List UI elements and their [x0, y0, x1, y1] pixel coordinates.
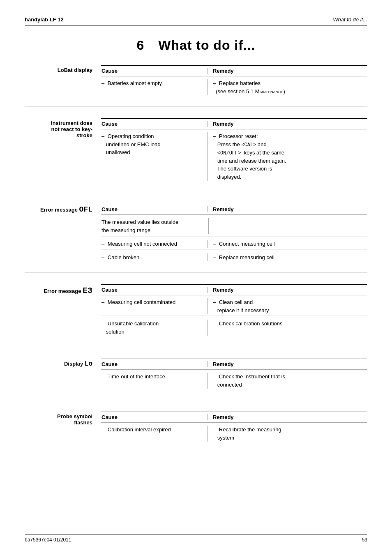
- cause-contaminated: – Measuring cell contaminated: [101, 298, 208, 314]
- remedy-header: Remedy: [212, 361, 367, 367]
- ofl-intro-row: The measured value lies outsidethe measu…: [101, 216, 367, 237]
- table-header-ofl: Cause Remedy: [101, 204, 367, 215]
- section-label-text: LoBat display: [58, 67, 92, 73]
- cause-header: Cause: [101, 287, 208, 293]
- section-label-probe: Probe symbolflashes: [25, 412, 101, 445]
- cause-cal-interval: – Calibration interval expired: [101, 426, 208, 442]
- table-e3: Cause Remedy – Measuring cell contaminat…: [101, 284, 367, 339]
- section-label-text: Error message: [44, 288, 83, 294]
- remedy-header: Remedy: [212, 121, 367, 127]
- instrument-row-1: – Operating condition undefined or EMC l…: [101, 131, 367, 182]
- table-header-probe: Cause Remedy: [101, 412, 367, 423]
- e3-symbol: E3: [83, 286, 92, 295]
- section-probe: Probe symbolflashes Cause Remedy – Calib…: [25, 412, 367, 453]
- cause-timeout: – Time-out of the interface: [101, 373, 208, 389]
- header-right: What to do if...: [333, 16, 367, 23]
- remedy-operating: – Processor reset: Press the <CAL> and <…: [208, 132, 367, 181]
- table-lobat: Cause Remedy – Batteries almost empty – …: [101, 65, 367, 99]
- section-lobat: LoBat display Cause Remedy – Batteries a…: [25, 65, 367, 107]
- header-divider: [208, 68, 208, 74]
- table-header-instrument: Cause Remedy: [101, 118, 367, 129]
- ofl-row-1: – Measuring cell not connected – Connect…: [101, 239, 367, 250]
- table-ofl: Cause Remedy The measured value lies out…: [101, 204, 367, 265]
- header-divider: [208, 206, 208, 212]
- probe-row-1: – Calibration interval expired – Recalib…: [101, 424, 367, 443]
- header-divider: [208, 361, 208, 367]
- table-header-display-lo: Cause Remedy: [101, 359, 367, 370]
- table-header-lobat: Cause Remedy: [101, 65, 367, 76]
- footer-right: 53: [362, 537, 367, 543]
- remedy-header: Remedy: [212, 414, 367, 420]
- cause-header: Cause: [101, 68, 208, 74]
- page: handylab LF 12 What to do if... 6 What t…: [0, 0, 392, 555]
- table-instrument: Cause Remedy – Operating condition undef…: [101, 118, 367, 184]
- remedy-header: Remedy: [212, 287, 367, 293]
- section-label-lobat: LoBat display: [25, 65, 101, 99]
- remedy-clean-cell: – Clean cell and replace it if necessary: [208, 298, 367, 314]
- section-display-lo: Display Lo Cause Remedy – Time-out of th…: [25, 359, 367, 400]
- ofl-intro-cause: The measured value lies outsidethe measu…: [101, 218, 208, 234]
- cause-header: Cause: [101, 206, 208, 212]
- table-probe: Cause Remedy – Calibration interval expi…: [101, 412, 367, 445]
- chapter-title: 6 What to do if...: [25, 38, 367, 53]
- table-header-e3: Cause Remedy: [101, 284, 367, 295]
- remedy-batteries: – Replace batteries (see section 5.1 Mai…: [208, 79, 367, 95]
- header-divider: [208, 121, 208, 127]
- page-header: handylab LF 12 What to do if...: [25, 16, 367, 25]
- section-label-ofl: Error message OFL: [25, 204, 101, 265]
- cause-cell-not-connected: – Measuring cell not connected: [101, 240, 208, 248]
- remedy-connect-cell: – Connect measuring cell: [208, 240, 367, 248]
- section-instrument: Instrument doesnot react to key-stroke C…: [25, 118, 367, 192]
- header-left: handylab LF 12: [25, 16, 64, 23]
- lo-row-1: – Time-out of the interface – Check the …: [101, 371, 367, 390]
- section-label-display-lo: Display Lo: [25, 359, 101, 392]
- table-display-lo: Cause Remedy – Time-out of the interface…: [101, 359, 367, 392]
- page-footer: ba75367e04 01/2011 53: [25, 534, 367, 543]
- ofl-symbol: OFL: [79, 205, 92, 214]
- footer-left: ba75367e04 01/2011: [25, 537, 71, 543]
- lobat-row-1: – Batteries almost empty – Replace batte…: [101, 78, 367, 97]
- remedy-check-cal: – Check calibration solutions: [208, 320, 367, 336]
- cause-unsuitable-cal: – Unsuitable calibration solution: [101, 320, 208, 336]
- remedy-replace-cell: – Replace measuring cell: [208, 253, 367, 262]
- remedy-header: Remedy: [212, 206, 367, 212]
- cause-header: Cause: [101, 361, 208, 367]
- remedy-header: Remedy: [212, 68, 367, 74]
- e3-row-2: – Unsuitable calibration solution – Chec…: [101, 318, 367, 337]
- section-label-e3: Error message E3: [25, 284, 101, 339]
- section-label-text: Display: [64, 361, 85, 367]
- chapter-title-text: What to do if...: [158, 38, 255, 53]
- header-divider: [208, 414, 208, 420]
- cause-operating: – Operating condition undefined or EMC l…: [101, 132, 208, 181]
- cause-cable-broken: – Cable broken: [101, 253, 208, 262]
- remedy-recalibrate: – Recalibrate the measuring system: [208, 426, 367, 442]
- section-label-text: Probe symbolflashes: [57, 413, 92, 426]
- lo-symbol: Lo: [85, 360, 92, 368]
- cause-header: Cause: [101, 121, 208, 127]
- cause-batteries: – Batteries almost empty: [101, 79, 208, 95]
- cause-header: Cause: [101, 414, 208, 420]
- section-label-text: Error message: [40, 207, 79, 213]
- ofl-intro-remedy: [208, 218, 367, 234]
- section-label-instrument: Instrument doesnot react to key-stroke: [25, 118, 101, 184]
- section-label-text: Instrument doesnot react to key-stroke: [51, 120, 92, 138]
- remedy-check-instrument: – Check the instrument that is connected: [208, 373, 367, 389]
- section-e3: Error message E3 Cause Remedy – Measurin…: [25, 284, 367, 347]
- section-ofl: Error message OFL Cause Remedy The measu…: [25, 204, 367, 273]
- e3-row-1: – Measuring cell contaminated – Clean ce…: [101, 297, 367, 316]
- chapter-number: 6: [136, 38, 144, 53]
- header-divider: [208, 287, 208, 293]
- ofl-row-2: – Cable broken – Replace measuring cell: [101, 252, 367, 263]
